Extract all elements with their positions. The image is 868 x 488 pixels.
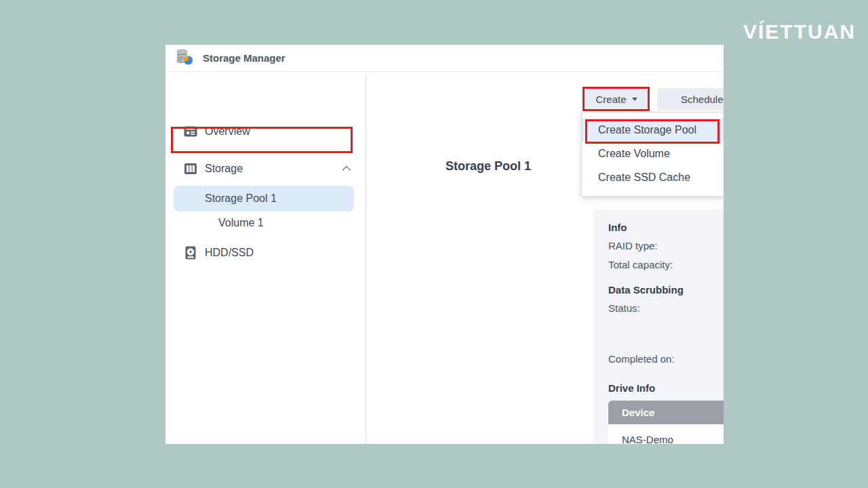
- drive-info-table: Device Drive ID / Type NAS-Demo Drive 1 …: [608, 401, 724, 444]
- menu-item-create-volume[interactable]: Create Volume: [582, 142, 724, 165]
- info-section-title: Info: [608, 222, 724, 233]
- sidebar-item-label: Storage: [205, 163, 243, 175]
- table-header-row: Device Drive ID / Type: [608, 401, 724, 424]
- create-dropdown-menu: Create Storage Pool Create Volume Create…: [581, 112, 724, 197]
- sidebar-item-volume-1[interactable]: Volume 1: [165, 211, 366, 235]
- pool-detail-panel: Info RAID type: Total capacity: Data Scr…: [593, 209, 724, 444]
- hdd-icon: [183, 245, 198, 260]
- raid-type-label: RAID type:: [608, 240, 724, 251]
- create-button-label: Create: [595, 94, 626, 105]
- completed-on-label: Completed on:: [608, 353, 724, 365]
- sidebar-item-overview[interactable]: Overview: [165, 119, 366, 144]
- sidebar-item-label: Storage Pool 1: [205, 192, 277, 205]
- window-title: Storage Manager: [203, 52, 285, 64]
- menu-item-create-storage-pool[interactable]: Create Storage Pool: [582, 118, 724, 142]
- status-label: Status:: [608, 302, 724, 314]
- caret-down-icon: [632, 98, 637, 101]
- column-header-device: Device: [608, 407, 724, 418]
- page-background: VÍETTUAN Storage Manager: [0, 0, 868, 488]
- overview-card-icon: [183, 124, 198, 139]
- table-row[interactable]: NAS-Demo Drive 1 (HDD): [608, 424, 724, 444]
- window-titlebar: Storage Manager: [165, 45, 724, 72]
- schedule-button-label: Schedule Data Scrubbing: [681, 94, 724, 105]
- sidebar-item-storage-pool-1[interactable]: Storage Pool 1: [174, 186, 354, 211]
- menu-item-create-ssd-cache[interactable]: Create SSD Cache: [582, 165, 724, 189]
- drive-info-section-title: Drive Info: [608, 382, 724, 394]
- storage-manager-app-icon: [175, 47, 194, 69]
- sidebar-item-hdd-ssd[interactable]: HDD/SSD: [165, 241, 366, 265]
- sidebar-item-storage[interactable]: Storage: [165, 156, 366, 181]
- cell-device: NAS-Demo: [608, 434, 724, 445]
- chevron-up-icon[interactable]: [342, 165, 351, 171]
- sidebar: Overview Storage: [165, 73, 366, 444]
- page-title: Storage Pool 1: [446, 159, 531, 174]
- storage-manager-window: Storage Manager Overview: [165, 45, 724, 444]
- data-scrubbing-section-title: Data Scrubbing: [608, 284, 724, 296]
- sidebar-item-label: HDD/SSD: [205, 247, 254, 259]
- storage-rack-icon: [183, 161, 198, 176]
- sidebar-item-label: Overview: [205, 125, 250, 138]
- viettuan-logo: VÍETTUAN: [743, 20, 856, 43]
- total-capacity-label: Total capacity:: [608, 259, 724, 270]
- create-button[interactable]: Create: [585, 88, 648, 110]
- sidebar-item-label: Volume 1: [218, 217, 264, 229]
- schedule-data-scrubbing-button[interactable]: Schedule Data Scrubbing: [657, 88, 724, 110]
